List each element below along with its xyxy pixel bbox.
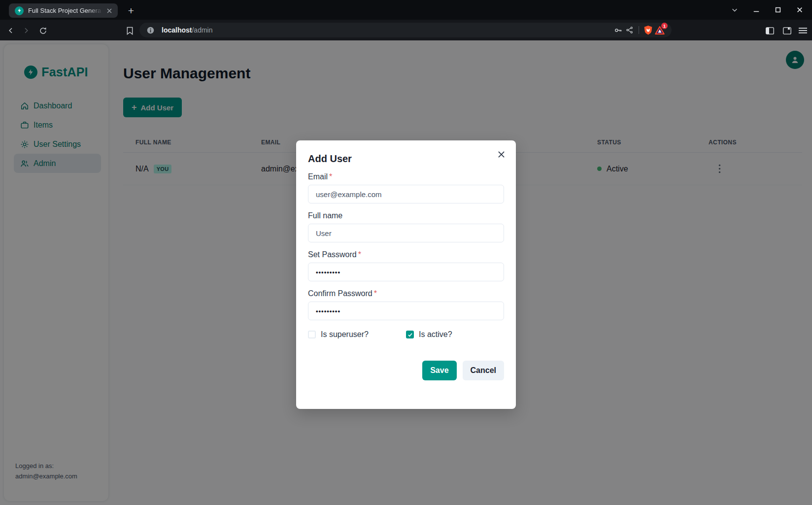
set-password-label: Set Password* bbox=[308, 250, 504, 259]
is-active-checkbox[interactable]: Is active? bbox=[406, 330, 504, 339]
full-name-input[interactable] bbox=[308, 224, 504, 242]
confirm-password-input[interactable] bbox=[308, 302, 504, 320]
email-label: Email* bbox=[308, 172, 504, 181]
confirm-password-label: Confirm Password* bbox=[308, 289, 504, 298]
brave-wallet-icon[interactable] bbox=[780, 24, 793, 37]
share-icon[interactable] bbox=[624, 24, 636, 36]
add-user-modal: Add User Email* Full name Set Password* … bbox=[296, 140, 516, 409]
is-superuser-label: Is superuser? bbox=[321, 330, 369, 339]
email-field-group: Email* bbox=[308, 172, 504, 203]
tab-close-icon[interactable] bbox=[105, 6, 114, 15]
checkbox-checked-icon[interactable] bbox=[406, 331, 414, 338]
cancel-button[interactable]: Cancel bbox=[463, 361, 504, 380]
maximize-button[interactable] bbox=[773, 4, 783, 15]
modal-close-icon[interactable] bbox=[494, 147, 508, 161]
modal-title: Add User bbox=[308, 153, 504, 165]
set-password-input[interactable] bbox=[308, 263, 504, 281]
close-window-button[interactable] bbox=[794, 4, 805, 15]
back-button[interactable] bbox=[4, 24, 17, 37]
sidebar-toggle-icon[interactable] bbox=[763, 24, 776, 37]
confirm-password-field-group: Confirm Password* bbox=[308, 289, 504, 320]
is-superuser-checkbox[interactable]: Is superuser? bbox=[308, 330, 406, 339]
full-name-label: Full name bbox=[308, 211, 504, 220]
site-info-icon[interactable] bbox=[144, 24, 156, 36]
divider bbox=[639, 26, 639, 34]
checkbox-row: Is superuser? Is active? bbox=[308, 330, 504, 339]
bookmark-icon[interactable] bbox=[123, 24, 136, 37]
browser-tab-strip: Full Stack Project Genera + bbox=[0, 0, 812, 20]
menu-hamburger-icon[interactable] bbox=[796, 24, 809, 37]
forward-button[interactable] bbox=[20, 24, 33, 37]
brave-shield-icon[interactable] bbox=[642, 24, 654, 36]
save-button[interactable]: Save bbox=[422, 361, 456, 380]
browser-toolbar: localhost/admin 1 bbox=[0, 20, 812, 40]
tab-search-chevron-icon[interactable] bbox=[729, 4, 740, 15]
browser-tab[interactable]: Full Stack Project Genera bbox=[9, 3, 118, 18]
rewards-badge: 1 bbox=[661, 23, 668, 29]
set-password-field-group: Set Password* bbox=[308, 250, 504, 281]
app-page: FastAPI Dashboard Items User Settings bbox=[0, 40, 812, 505]
url-text: localhost/admin bbox=[162, 26, 213, 34]
new-tab-button[interactable]: + bbox=[124, 4, 138, 18]
tab-title: Full Stack Project Genera bbox=[28, 7, 105, 14]
minimize-button[interactable] bbox=[751, 4, 762, 15]
required-asterisk: * bbox=[374, 289, 377, 298]
checkbox-unchecked-icon[interactable] bbox=[308, 331, 316, 338]
password-key-icon[interactable] bbox=[612, 24, 624, 36]
required-asterisk: * bbox=[358, 250, 361, 259]
brave-rewards-icon[interactable]: 1 bbox=[654, 24, 666, 36]
modal-footer: Save Cancel bbox=[308, 361, 504, 380]
is-active-label: Is active? bbox=[419, 330, 452, 339]
email-input[interactable] bbox=[308, 185, 504, 203]
reload-button[interactable] bbox=[36, 24, 49, 37]
fastapi-favicon-icon bbox=[15, 6, 24, 15]
required-asterisk: * bbox=[329, 172, 332, 181]
address-bar[interactable]: localhost/admin 1 bbox=[139, 23, 672, 37]
full-name-field-group: Full name bbox=[308, 211, 504, 242]
